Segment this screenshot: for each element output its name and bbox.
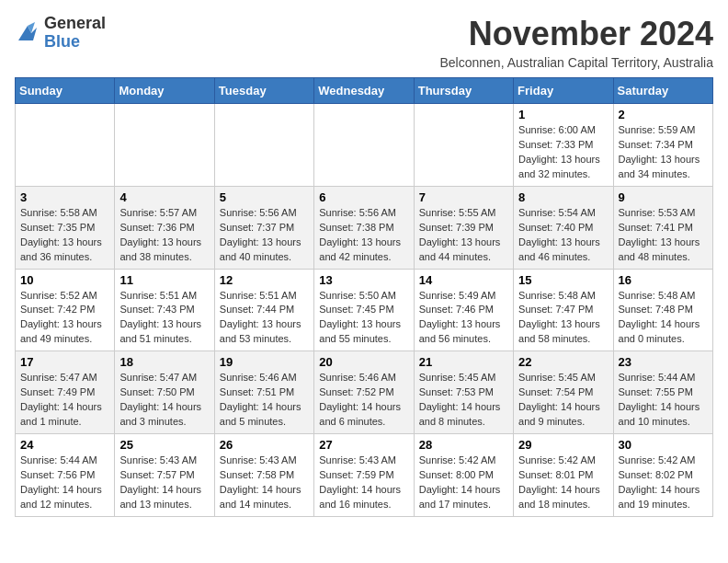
col-header-saturday: Saturday	[613, 78, 712, 104]
day-detail: Sunrise: 5:45 AM Sunset: 7:54 PM Dayligh…	[518, 371, 608, 430]
calendar-week-4: 17Sunrise: 5:47 AM Sunset: 7:49 PM Dayli…	[16, 351, 713, 434]
day-number: 9	[619, 190, 708, 204]
day-number: 16	[619, 273, 708, 287]
day-number: 7	[419, 190, 508, 204]
day-detail: Sunrise: 5:48 AM Sunset: 7:48 PM Dayligh…	[619, 289, 708, 348]
calendar-cell: 30Sunrise: 5:42 AM Sunset: 8:02 PM Dayli…	[613, 434, 712, 517]
day-number: 22	[518, 355, 608, 369]
calendar-table: SundayMondayTuesdayWednesdayThursdayFrid…	[15, 77, 713, 517]
calendar-cell: 1Sunrise: 6:00 AM Sunset: 7:33 PM Daylig…	[514, 104, 613, 187]
day-detail: Sunrise: 5:42 AM Sunset: 8:01 PM Dayligh…	[518, 454, 608, 512]
day-detail: Sunrise: 5:43 AM Sunset: 7:59 PM Dayligh…	[319, 454, 408, 512]
day-detail: Sunrise: 5:55 AM Sunset: 7:39 PM Dayligh…	[419, 206, 508, 265]
day-number: 23	[619, 355, 708, 369]
calendar-cell: 12Sunrise: 5:51 AM Sunset: 7:44 PM Dayli…	[214, 269, 313, 351]
calendar-week-1: 1Sunrise: 6:00 AM Sunset: 7:33 PM Daylig…	[16, 104, 713, 187]
day-number: 2	[619, 108, 708, 121]
calendar-cell: 7Sunrise: 5:55 AM Sunset: 7:39 PM Daylig…	[414, 186, 513, 269]
day-detail: Sunrise: 5:58 AM Sunset: 7:35 PM Dayligh…	[20, 206, 109, 265]
col-header-monday: Monday	[115, 78, 214, 104]
calendar-cell: 28Sunrise: 5:42 AM Sunset: 8:00 PM Dayli…	[414, 434, 513, 517]
day-detail: Sunrise: 5:42 AM Sunset: 8:00 PM Dayligh…	[419, 454, 508, 512]
day-number: 6	[319, 190, 408, 204]
calendar-cell: 24Sunrise: 5:44 AM Sunset: 7:56 PM Dayli…	[16, 434, 115, 517]
calendar-cell: 17Sunrise: 5:47 AM Sunset: 7:49 PM Dayli…	[16, 351, 115, 434]
calendar-cell: 5Sunrise: 5:56 AM Sunset: 7:37 PM Daylig…	[214, 186, 313, 269]
day-number: 26	[220, 438, 309, 452]
day-detail: Sunrise: 5:46 AM Sunset: 7:52 PM Dayligh…	[319, 371, 408, 430]
day-number: 15	[518, 273, 608, 287]
calendar-cell: 11Sunrise: 5:51 AM Sunset: 7:43 PM Dayli…	[115, 269, 214, 351]
day-number: 29	[518, 438, 608, 452]
day-number: 11	[119, 273, 209, 287]
day-number: 17	[20, 355, 109, 369]
day-number: 13	[319, 273, 408, 287]
day-detail: Sunrise: 5:56 AM Sunset: 7:38 PM Dayligh…	[319, 206, 408, 265]
day-detail: Sunrise: 5:42 AM Sunset: 8:02 PM Dayligh…	[619, 454, 708, 512]
day-number: 8	[518, 190, 608, 204]
calendar-cell: 16Sunrise: 5:48 AM Sunset: 7:48 PM Dayli…	[613, 269, 712, 351]
day-detail: Sunrise: 5:51 AM Sunset: 7:43 PM Dayligh…	[119, 289, 209, 348]
calendar-header: SundayMondayTuesdayWednesdayThursdayFrid…	[16, 78, 713, 104]
day-detail: Sunrise: 5:44 AM Sunset: 7:55 PM Dayligh…	[619, 371, 708, 430]
day-detail: Sunrise: 5:54 AM Sunset: 7:40 PM Dayligh…	[518, 206, 608, 265]
location: Belconnen, Australian Capital Territory,…	[439, 55, 713, 70]
day-detail: Sunrise: 5:44 AM Sunset: 7:56 PM Dayligh…	[20, 454, 109, 512]
day-number: 1	[518, 108, 608, 121]
title-block: November 2024 Belconnen, Australian Capi…	[439, 15, 713, 70]
calendar-cell: 23Sunrise: 5:44 AM Sunset: 7:55 PM Dayli…	[613, 351, 712, 434]
day-detail: Sunrise: 5:43 AM Sunset: 7:58 PM Dayligh…	[220, 454, 309, 512]
calendar-cell: 18Sunrise: 5:47 AM Sunset: 7:50 PM Dayli…	[115, 351, 214, 434]
calendar-cell: 3Sunrise: 5:58 AM Sunset: 7:35 PM Daylig…	[16, 186, 115, 269]
col-header-thursday: Thursday	[414, 78, 513, 104]
day-detail: Sunrise: 6:00 AM Sunset: 7:33 PM Dayligh…	[518, 123, 608, 182]
calendar-cell: 20Sunrise: 5:46 AM Sunset: 7:52 PM Dayli…	[314, 351, 414, 434]
day-number: 28	[419, 438, 508, 452]
page-header: General Blue November 2024 Belconnen, Au…	[15, 15, 713, 70]
calendar-cell: 19Sunrise: 5:46 AM Sunset: 7:51 PM Dayli…	[214, 351, 313, 434]
calendar-cell: 13Sunrise: 5:50 AM Sunset: 7:45 PM Dayli…	[314, 269, 414, 351]
day-detail: Sunrise: 5:53 AM Sunset: 7:41 PM Dayligh…	[619, 206, 708, 265]
calendar-cell: 15Sunrise: 5:48 AM Sunset: 7:47 PM Dayli…	[514, 269, 613, 351]
day-detail: Sunrise: 5:48 AM Sunset: 7:47 PM Dayligh…	[518, 289, 608, 348]
day-number: 19	[220, 355, 309, 369]
day-number: 10	[20, 273, 109, 287]
day-number: 14	[419, 273, 508, 287]
day-detail: Sunrise: 5:45 AM Sunset: 7:53 PM Dayligh…	[419, 371, 508, 430]
day-number: 20	[319, 355, 408, 369]
calendar-cell: 29Sunrise: 5:42 AM Sunset: 8:01 PM Dayli…	[514, 434, 613, 517]
logo-icon	[15, 20, 40, 46]
col-header-friday: Friday	[514, 78, 613, 104]
day-detail: Sunrise: 5:46 AM Sunset: 7:51 PM Dayligh…	[220, 371, 309, 430]
calendar-cell: 25Sunrise: 5:43 AM Sunset: 7:57 PM Dayli…	[115, 434, 214, 517]
calendar-cell: 6Sunrise: 5:56 AM Sunset: 7:38 PM Daylig…	[314, 186, 414, 269]
day-number: 12	[220, 273, 309, 287]
calendar-cell: 22Sunrise: 5:45 AM Sunset: 7:54 PM Dayli…	[514, 351, 613, 434]
day-number: 27	[319, 438, 408, 452]
day-detail: Sunrise: 5:49 AM Sunset: 7:46 PM Dayligh…	[419, 289, 508, 348]
col-header-wednesday: Wednesday	[314, 78, 414, 104]
month-title: November 2024	[439, 15, 713, 53]
day-number: 21	[419, 355, 508, 369]
calendar-cell: 26Sunrise: 5:43 AM Sunset: 7:58 PM Dayli…	[214, 434, 313, 517]
calendar-cell: 9Sunrise: 5:53 AM Sunset: 7:41 PM Daylig…	[613, 186, 712, 269]
calendar-cell: 4Sunrise: 5:57 AM Sunset: 7:36 PM Daylig…	[115, 186, 214, 269]
day-detail: Sunrise: 5:59 AM Sunset: 7:34 PM Dayligh…	[619, 123, 708, 182]
calendar-week-3: 10Sunrise: 5:52 AM Sunset: 7:42 PM Dayli…	[16, 269, 713, 351]
day-number: 24	[20, 438, 109, 452]
day-detail: Sunrise: 5:47 AM Sunset: 7:50 PM Dayligh…	[119, 371, 209, 430]
calendar-cell: 10Sunrise: 5:52 AM Sunset: 7:42 PM Dayli…	[16, 269, 115, 351]
logo: General Blue	[15, 15, 106, 52]
day-number: 25	[119, 438, 209, 452]
calendar-cell: 8Sunrise: 5:54 AM Sunset: 7:40 PM Daylig…	[514, 186, 613, 269]
calendar-cell: 21Sunrise: 5:45 AM Sunset: 7:53 PM Dayli…	[414, 351, 513, 434]
day-detail: Sunrise: 5:50 AM Sunset: 7:45 PM Dayligh…	[319, 289, 408, 348]
logo-text: General Blue	[44, 15, 106, 52]
calendar-cell: 27Sunrise: 5:43 AM Sunset: 7:59 PM Dayli…	[314, 434, 414, 517]
day-number: 18	[119, 355, 209, 369]
day-detail: Sunrise: 5:51 AM Sunset: 7:44 PM Dayligh…	[220, 289, 309, 348]
calendar-cell	[16, 104, 115, 187]
calendar-cell	[314, 104, 414, 187]
calendar-week-2: 3Sunrise: 5:58 AM Sunset: 7:35 PM Daylig…	[16, 186, 713, 269]
svg-marker-0	[18, 26, 37, 40]
